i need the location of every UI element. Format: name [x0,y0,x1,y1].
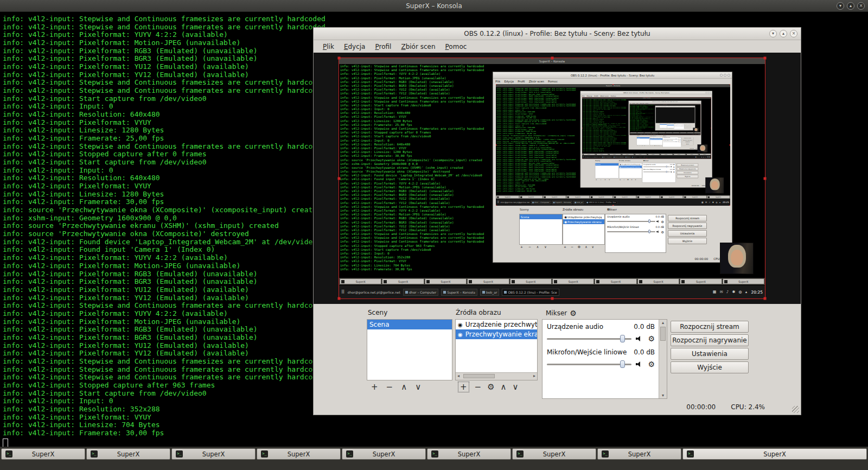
captured-desktop: SuperX – Konsola info: v4l2-input: Stepw… [339,58,765,298]
captured-sources-label: Źródła obrazu [563,208,583,211]
vertical-scrollbar[interactable]: ▴ ▾ [659,320,667,398]
taskbar-window-label: SuperX [257,450,340,458]
terminal-log-line: info: v4l2-input: Linesize: 704 Bytes [3,421,868,429]
taskbar-window-button[interactable]: >_SuperX [597,448,681,460]
scene-move-up-button[interactable]: ∧ [401,382,407,392]
scene-move-down-button[interactable]: ∨ [415,382,421,392]
menu-zbiór-scen: Zbiór scen [529,80,544,83]
scroll-down-icon[interactable]: ▾ [659,393,667,398]
source-move-down-button[interactable]: ∨ [513,382,519,392]
speaker-icon [682,126,683,127]
minimize-button[interactable]: ▾ [837,2,844,10]
settings-button[interactable]: Ustawienia [671,348,749,360]
taskbar-window-button[interactable]: >_SuperX [342,448,426,460]
source-add-button[interactable]: + [458,382,469,392]
start-recording-button[interactable]: Rozpocznij nagrywanie [671,334,749,346]
obs-window-title: OBS 0.12.2 (linux) - Profile: Bez tytułu… [464,30,650,37]
menu-pomoc[interactable]: Pomoc [441,41,472,52]
captured-obs-preview: SuperX – Konsola info: v4l2-input: Stepw… [582,97,711,158]
gear-icon: ⚙ [673,171,675,173]
visibility-eye-icon[interactable]: ◉ [458,332,463,338]
captured-system-tray: ⠿ dhor@gorlice.net.pl@gorlice.net dhor –… [339,285,765,298]
captured-sources-list: ◉Urządzenie przechwytują ◉Przechwytywani… [619,163,642,179]
volume-slider [663,141,678,142]
webcam-source[interactable] [705,177,724,193]
maximize-button[interactable]: ▴ [847,2,854,10]
scene-item[interactable]: Scena [367,320,452,329]
taskbar-window-button[interactable]: >_SuperX [171,448,256,460]
volume-slider [663,138,678,139]
taskbar-window-button[interactable]: >_SuperX [1,448,85,460]
volume-slider[interactable] [547,360,631,369]
webcam-source[interactable] [698,144,708,153]
terminal-log-line: info: v4l2-input: Framerate: 30,00 fps [630,131,668,131]
obs-maximize-button[interactable]: ▴ [780,30,787,37]
obs-minimize-button[interactable]: ▾ [769,30,777,37]
volume-slider-handle[interactable] [620,335,625,342]
source-item[interactable]: ◉ Urządzenie przechwytują [456,320,537,329]
scrollbar-thumb[interactable] [660,327,666,341]
taskbar-window-button[interactable]: >_SuperX [682,448,867,460]
webcam-source[interactable] [693,128,699,131]
taskbar-window-button[interactable]: >_SuperX [257,448,341,460]
konsole-titlebar[interactable]: SuperX – Konsola ▾ ▴ × [0,0,868,12]
taskbar-window-button[interactable]: >_SuperX [512,448,596,460]
scene-composition: SuperX – Konsola info: v4l2-input: Stepw… [339,58,765,298]
menu-edycja[interactable]: Edycja [339,41,371,52]
scene-remove-button[interactable]: − [386,382,393,392]
exit-button: Wyjście [682,143,694,145]
exit-button[interactable]: Wyjście [671,361,749,373]
resize-grip[interactable] [792,406,799,413]
gear-icon[interactable]: ⚙ [648,334,655,343]
captured-tray-window: OBS 0.12.2 (linu) - Profile: Sce [502,289,559,296]
source-move-up-button[interactable]: ∧ [501,382,507,392]
window-title: SuperX – Konsola [406,2,462,10]
scroll-up-icon[interactable]: ▴ [659,320,667,325]
source-item[interactable]: ◉ Przechwytywanie ekranu [456,329,537,339]
captured-window-buttons [705,92,711,94]
captured-source-item: ◉Przechwytywanie ekranu [619,166,642,168]
volume-slider-handle[interactable] [620,360,625,368]
gear-icon[interactable]: ⚙ [648,360,655,369]
captured-taskbar-button: SuperX [425,278,467,284]
taskbar-window-button[interactable]: >_SuperX [86,448,170,460]
captured-source-item: ◉Przechwytywanie ekranu [667,125,674,125]
menu-profil[interactable]: Profil [370,41,396,52]
sources-list[interactable]: ◉ Urządzenie przechwytują ◉ Przechwytywa… [455,319,538,380]
captured-scenes-list: Scena [637,137,650,145]
gear-icon: ⚙ [680,141,681,142]
captured-obs-window: OBS 0.12.2 (linux) - Profile: Bez tytułu… [655,106,695,130]
mixer-channel: Urządzenie audio0.0 dB⚙ [674,124,684,125]
obs-close-button[interactable]: × [790,30,797,37]
mixer-panel: Urządzenie audio0.0 dB⚙Mikrofon/Wejście … [542,319,667,399]
menu-zbiór-scen[interactable]: Zbiór scen [396,41,440,52]
captured-taskbar-button: SuperX [636,195,660,199]
speaker-icon[interactable] [636,361,643,367]
volume-slider-handle [681,126,682,126]
scroll-right-icon[interactable]: ▸ [533,373,535,378]
horizontal-scrollbar[interactable]: ◂ ▸ [456,372,537,380]
scroll-left-icon[interactable]: ◂ [457,373,459,378]
source-properties-button[interactable]: ⚙ [487,382,494,392]
taskbar-window-button[interactable]: >_SuperX [427,448,511,460]
mixer-gear-icon[interactable]: ⚙ [570,309,577,317]
obs-titlebar[interactable]: OBS 0.12.2 (linux) - Profile: Bez tytułu… [314,28,801,40]
volume-slider[interactable] [547,334,631,343]
webcam-source[interactable] [720,243,754,274]
source-remove-button[interactable]: − [475,382,482,392]
captured-statusbar: 00:00:00CPU: 2.4% [676,148,700,149]
gear-icon: ⚙ [661,220,664,224]
start-streaming-button[interactable]: Rozpocznij stream [671,321,749,333]
terminal-log-line: info: v4l2-input: Linesize: 704 Bytes [340,264,568,268]
speaker-icon[interactable] [636,335,643,342]
scene-add-button[interactable]: + [371,382,378,392]
scrollbar-thumb[interactable] [463,374,495,378]
menu-plik[interactable]: Plik [318,41,339,52]
visibility-eye-icon[interactable]: ◉ [458,322,463,328]
gear-icon: ⚙ [683,126,684,126]
scenes-list[interactable]: Scena [367,319,452,380]
close-button[interactable]: × [857,2,865,10]
captured-tray-window: bob_ar [480,289,499,296]
cpu-usage: CPU: 2.4% [731,403,765,411]
captured-window-title: SuperX – Konsola [539,60,565,63]
